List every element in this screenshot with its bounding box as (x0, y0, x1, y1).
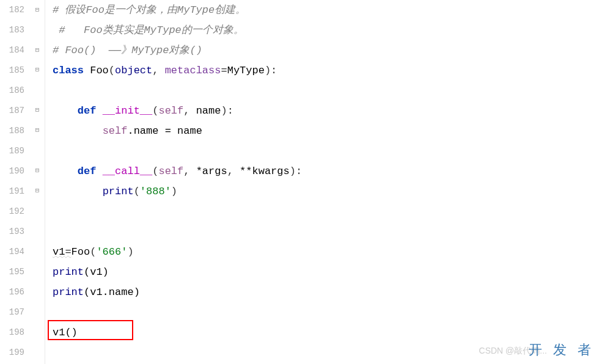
method-init: __init__ (103, 105, 153, 117)
line-number[interactable]: 191 (0, 181, 24, 202)
line-number[interactable]: 185 (0, 60, 24, 81)
code-content[interactable]: # 假设Foo是一个对象，由MyType创建。 # Foo类其实是MyType的… (45, 0, 602, 364)
code-line: def __call__(self, *args, **kwargs): (53, 161, 602, 181)
code-line: # Foo() ——》MyType对象() (53, 40, 602, 60)
line-number[interactable]: 192 (0, 202, 24, 222)
line-number[interactable]: 184 (0, 40, 24, 60)
code-line: self.name = name (53, 121, 602, 141)
fold-gutter: ⊟ ⊟ ⊟ ⊟ ⊟ ⊟ ⊟ (31, 0, 45, 364)
comment: # 假设Foo是一个对象，由MyType创建。 (53, 4, 246, 16)
code-line (53, 222, 602, 242)
builtin-print: print (103, 186, 134, 197)
builtin-print: print (53, 266, 84, 278)
class-name: Foo (90, 65, 109, 76)
builtin-print: print (53, 286, 84, 298)
code-line: class Foo(object, metaclass=MyType): (53, 60, 602, 81)
line-number[interactable]: 195 (0, 262, 24, 282)
code-line (53, 302, 602, 322)
code-line: # 假设Foo是一个对象，由MyType创建。 (53, 0, 602, 20)
keyword-def: def (78, 105, 97, 117)
code-line: v1=Foo('666') (53, 242, 602, 262)
code-line (53, 81, 602, 101)
code-editor: 182 183 184 185 186 187 188 189 190 191 … (0, 0, 602, 364)
code-line: print('888') (53, 181, 602, 202)
line-number[interactable]: 197 (0, 302, 24, 322)
line-number[interactable]: 182 (0, 0, 24, 20)
code-line: # Foo类其实是MyType的一个对象。 (53, 20, 602, 40)
line-number[interactable]: 199 (0, 343, 24, 363)
fold-close-icon[interactable]: ⊟ (33, 126, 42, 135)
line-number[interactable]: 190 (0, 161, 24, 181)
fold-open-icon[interactable]: ⊟ (33, 6, 42, 15)
code-line (53, 202, 602, 222)
code-line: v1() (53, 322, 602, 343)
builtin-object: object (115, 65, 152, 76)
method-call: __call__ (103, 166, 153, 177)
line-number[interactable]: 189 (0, 141, 24, 161)
line-number[interactable]: 194 (0, 242, 24, 262)
code-line: def __init__(self, name): (53, 101, 602, 121)
fold-open-icon[interactable]: ⊟ (33, 66, 42, 75)
call-expression: v1() (53, 327, 78, 338)
line-number[interactable]: 186 (0, 81, 24, 101)
string-literal: '666' (96, 246, 127, 258)
line-number-gutter: 182 183 184 185 186 187 188 189 190 191 … (0, 0, 31, 364)
watermark-devze: 开 发 者 (529, 341, 595, 359)
comment: # Foo类其实是MyType的一个对象。 (59, 24, 244, 36)
line-number[interactable]: 183 (0, 20, 24, 40)
line-number[interactable]: 193 (0, 222, 24, 242)
fold-open-icon[interactable]: ⊟ (33, 167, 42, 175)
keyword-class: class (53, 65, 84, 76)
fold-close-icon[interactable]: ⊟ (33, 46, 42, 55)
comment: # Foo() ——》MyType对象() (53, 45, 202, 56)
line-number[interactable]: 198 (0, 322, 24, 343)
code-line (53, 141, 602, 161)
keyword-def: def (78, 166, 97, 177)
fold-open-icon[interactable]: ⊟ (33, 106, 42, 115)
string-literal: '888' (140, 186, 171, 197)
line-number[interactable]: 188 (0, 121, 24, 141)
fold-close-icon[interactable]: ⊟ (33, 187, 42, 195)
line-number[interactable]: 196 (0, 282, 24, 302)
param-metaclass: metaclass (165, 65, 221, 76)
code-line: print(v1) (53, 262, 602, 282)
code-line: print(v1.name) (53, 282, 602, 302)
line-number[interactable]: 187 (0, 101, 24, 121)
